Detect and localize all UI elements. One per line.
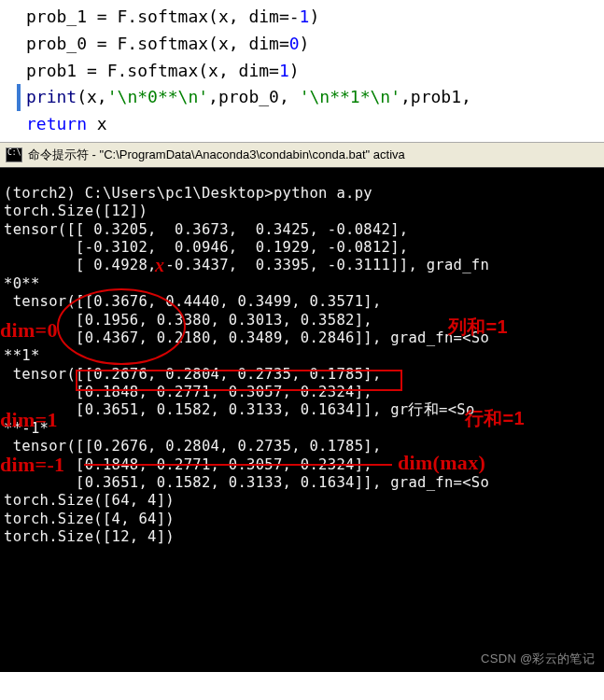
- annot-dim-neg1: dim=-1: [0, 452, 64, 478]
- annot-dim0: dim=0: [0, 317, 58, 343]
- term-line: tensor([[ 0.3205, 0.3673, 0.3425, -0.084…: [4, 221, 600, 239]
- term-line: torch.Size([12, 4]): [4, 528, 600, 546]
- terminal-titlebar[interactable]: 命令提示符 - "C:\ProgramData\Anaconda3\condab…: [0, 142, 604, 168]
- term-line: (torch2) C:\Users\pc1\Desktop>python a.p…: [4, 185, 600, 203]
- term-line: [0.4367, 0.2180, 0.3489, 0.2846]], grad_…: [4, 329, 600, 347]
- term-line: [0.1848, 0.2771, 0.3057, 0.2324],: [4, 384, 600, 401]
- titlebar-text: 命令提示符 - "C:\ProgramData\Anaconda3\condab…: [28, 147, 405, 163]
- annot-dim-max: dim(max): [398, 450, 485, 476]
- term-line: torch.Size([4, 64]): [4, 511, 600, 528]
- code-line-2: prob_0 = F.softmax(x, dim=0): [26, 31, 604, 58]
- code-line-4: print(x,'\n*0**\n',prob_0, '\n**1*\n',pr…: [17, 84, 604, 111]
- term-line: tensor([[0.2676, 0.2804, 0.2735, 0.1785]…: [4, 366, 600, 384]
- code-line-1: prob_1 = F.softmax(x, dim=-1): [26, 4, 604, 31]
- watermark: CSDN @彩云的笔记: [481, 651, 595, 666]
- term-line: [0.1848, 0.2771, 0.3057, 0.2324],: [4, 456, 600, 474]
- terminal-output: (torch2) C:\Users\pc1\Desktop>python a.p…: [0, 168, 604, 672]
- annot-x: x: [155, 254, 164, 277]
- term-line: torch.Size([64, 4]): [4, 492, 600, 510]
- term-line: *0**: [4, 275, 600, 293]
- annot-row-sum: 行和=1: [465, 407, 525, 430]
- term-line: tensor([[0.2676, 0.2804, 0.2735, 0.1785]…: [4, 438, 600, 455]
- term-line: [0.3651, 0.1582, 0.3133, 0.1634]], grad_…: [4, 474, 600, 492]
- term-line: tensor([[0.3676, 0.4440, 0.3499, 0.3571]…: [4, 293, 600, 311]
- term-line: torch.Size([12]): [4, 203, 600, 220]
- term-line: [ 0.4928, -0.3437, 0.3395, -0.3111]], gr…: [4, 257, 600, 274]
- term-line: [-0.3102, 0.0946, 0.1929, -0.0812],: [4, 239, 600, 257]
- annot-dim1: dim=1: [0, 407, 58, 433]
- code-editor: prob_1 = F.softmax(x, dim=-1) prob_0 = F…: [0, 0, 604, 142]
- cmd-icon: [6, 147, 22, 162]
- term-line: **1*: [4, 347, 600, 365]
- term-line: [0.1956, 0.3380, 0.3013, 0.3582],: [4, 312, 600, 329]
- annot-col-sum: 列和=1: [448, 315, 508, 339]
- code-line-3: prob1 = F.softmax(x, dim=1): [26, 58, 604, 85]
- code-line-5: return x: [26, 111, 604, 138]
